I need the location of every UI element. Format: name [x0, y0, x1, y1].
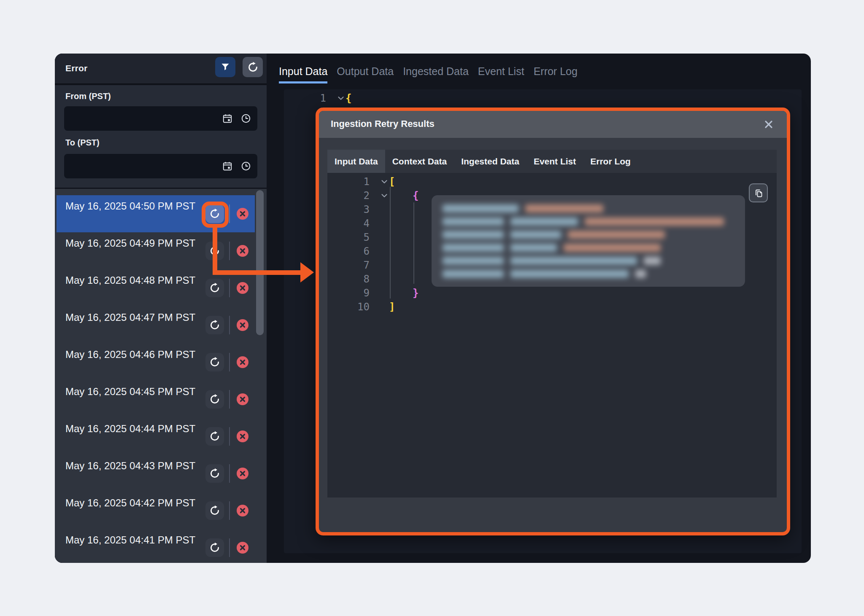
modal-tab-context-data[interactable]: Context Data	[385, 150, 454, 173]
annotation-arrow-line	[213, 270, 302, 275]
button-separator	[229, 464, 230, 483]
redacted-line	[443, 244, 734, 252]
redacted-text-bar	[525, 204, 603, 213]
redacted-text-bar	[644, 257, 661, 265]
line-number: 1	[327, 176, 370, 188]
refresh-list-button[interactable]	[243, 57, 263, 77]
x-circle-icon	[240, 433, 246, 439]
x-circle-icon	[240, 359, 246, 365]
clock-icon[interactable]	[240, 113, 251, 124]
delete-button[interactable]	[237, 319, 248, 331]
button-separator	[229, 242, 230, 260]
calendar-icon[interactable]	[222, 161, 233, 172]
redacted-content-block	[432, 195, 745, 287]
modal-title: Ingestion Retry Results	[331, 118, 435, 129]
tab-error-log[interactable]: Error Log	[534, 65, 578, 83]
timeline-item[interactable]: May 16, 2025 04:49 PM PST	[57, 232, 255, 269]
retry-icon	[209, 505, 220, 516]
timeline-item[interactable]: May 16, 2025 04:46 PM PST	[57, 344, 255, 381]
button-separator	[229, 316, 230, 334]
tab-event-list[interactable]: Event List	[478, 65, 524, 83]
timeline-item[interactable]: May 16, 2025 04:42 PM PST	[57, 492, 255, 529]
button-separator	[229, 538, 230, 557]
retry-button[interactable]	[205, 464, 224, 483]
chevron-down-icon[interactable]	[370, 191, 389, 200]
delete-button[interactable]	[237, 208, 248, 220]
button-separator	[229, 427, 230, 446]
redacted-text-bar	[443, 204, 518, 213]
line-number: 9	[327, 287, 370, 299]
retry-button[interactable]	[205, 279, 224, 297]
timeline-list: May 16, 2025 04:50 PM PST May 16, 2025 0…	[55, 189, 267, 563]
retry-button[interactable]	[205, 501, 224, 520]
delete-button[interactable]	[237, 505, 248, 516]
timeline-item[interactable]: May 16, 2025 04:44 PM PST	[57, 418, 255, 455]
modal-header: Ingestion Retry Results	[319, 111, 787, 138]
timeline-item[interactable]: May 16, 2025 04:45 PM PST	[57, 381, 255, 418]
button-separator	[229, 204, 230, 223]
code-line-1: 1[	[327, 175, 777, 188]
code-line-9: 9}	[327, 286, 777, 300]
clock-icon[interactable]	[240, 161, 251, 172]
retry-button[interactable]	[205, 538, 224, 557]
x-circle-icon	[240, 545, 246, 551]
delete-button[interactable]	[237, 282, 248, 294]
delete-button[interactable]	[237, 430, 248, 442]
timeline-item[interactable]: May 16, 2025 04:47 PM PST	[57, 307, 255, 344]
redacted-text-bar	[568, 231, 665, 239]
line-number: 5	[327, 231, 370, 243]
delete-button[interactable]	[237, 542, 248, 554]
tab-output-data[interactable]: Output Data	[337, 65, 394, 83]
line-number: 4	[327, 218, 370, 229]
timeline-item-timestamp: May 16, 2025 04:41 PM PST	[65, 533, 196, 547]
redacted-text-bar	[510, 257, 637, 265]
error-sidebar: Error From (PST)	[55, 54, 267, 563]
modal-code-editor: 1[2{3456789}10]	[327, 173, 777, 498]
modal-tab-bar: Input DataContext DataIngested DataEvent…	[327, 150, 777, 173]
modal-tab-error-log[interactable]: Error Log	[583, 150, 638, 173]
tab-input-data[interactable]: Input Data	[279, 65, 327, 83]
calendar-icon[interactable]	[222, 113, 233, 124]
annotation-highlight-ring	[202, 202, 229, 228]
filter-button[interactable]	[215, 57, 235, 77]
line-number: 1	[284, 92, 326, 104]
retry-button[interactable]	[205, 390, 224, 409]
retry-button[interactable]	[205, 427, 224, 446]
timeline-item[interactable]: May 16, 2025 04:41 PM PST	[57, 529, 255, 563]
timeline-item-timestamp: May 16, 2025 04:48 PM PST	[65, 274, 196, 287]
tab-ingested-data[interactable]: Ingested Data	[403, 65, 469, 83]
redacted-text-bar	[443, 244, 504, 252]
copy-button[interactable]	[749, 183, 768, 202]
delete-button[interactable]	[237, 393, 248, 405]
to-label: To (PST)	[65, 138, 100, 148]
redacted-text-bar	[510, 244, 557, 252]
retry-icon	[209, 357, 220, 368]
retry-button[interactable]	[205, 353, 224, 371]
to-date-field	[64, 154, 257, 178]
delete-button[interactable]	[237, 245, 248, 257]
timeline-item-timestamp: May 16, 2025 04:44 PM PST	[65, 422, 196, 436]
delete-button[interactable]	[237, 356, 248, 368]
timeline-item[interactable]: May 16, 2025 04:48 PM PST	[57, 269, 255, 307]
button-separator	[229, 501, 230, 520]
modal-tab-event-list[interactable]: Event List	[526, 150, 583, 173]
delete-button[interactable]	[237, 468, 248, 479]
line-number: 8	[327, 273, 370, 285]
main-editor-lines: 1{	[284, 91, 802, 105]
sidebar-scrollbar-thumb[interactable]	[256, 190, 264, 335]
x-circle-icon	[240, 508, 246, 514]
timeline-item[interactable]: May 16, 2025 04:43 PM PST	[57, 455, 255, 492]
chevron-down-icon[interactable]	[326, 94, 346, 103]
indent-guide	[413, 202, 414, 284]
sidebar-header: Error	[55, 54, 267, 84]
chevron-down-icon[interactable]	[370, 177, 389, 186]
modal-tab-input-data[interactable]: Input Data	[327, 150, 385, 173]
modal-tab-ingested-data[interactable]: Ingested Data	[454, 150, 526, 173]
timeline-item-timestamp: May 16, 2025 04:42 PM PST	[65, 496, 196, 510]
modal-close-button[interactable]	[762, 118, 775, 131]
copy-icon	[753, 188, 764, 198]
retry-button[interactable]	[205, 316, 224, 334]
line-number: 2	[327, 190, 370, 202]
close-icon	[763, 119, 774, 130]
line-number: 6	[327, 245, 370, 257]
